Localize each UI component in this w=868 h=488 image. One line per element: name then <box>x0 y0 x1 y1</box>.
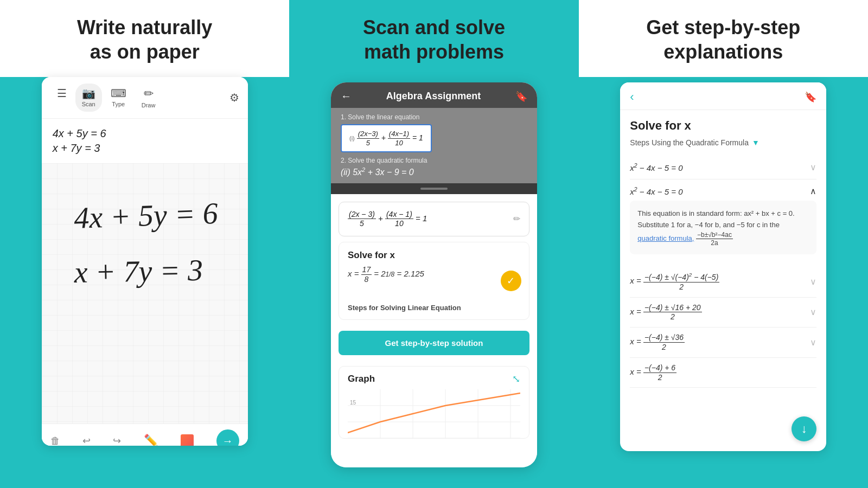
column-scan: Scan and solvemath problems ← Algebra As… <box>289 0 578 488</box>
submit-button[interactable]: → <box>216 429 239 446</box>
phone3-top-bar: ‹ 🔖 <box>620 82 826 110</box>
bookmark-teal-icon[interactable]: 🔖 <box>805 91 816 103</box>
chevron-down-icon-3[interactable]: ∨ <box>810 307 816 317</box>
phone2-top-bar: ← Algebra Assignment 🔖 <box>331 82 537 108</box>
method-label: Steps Using the Quadratic Formula ▼ <box>630 138 816 147</box>
step-eq-4: x = −(−4) ± √16 + 20 2 <box>630 303 701 322</box>
step-eq-3: x = −(−4) ± √(−4)2 − 4(−5) 2 <box>630 272 719 291</box>
step-row-6: x = −(−4) + 6 2 <box>630 358 816 388</box>
problem2-label: 2. Solve the quadratic formula <box>341 157 527 164</box>
col2-header: Scan and solvemath problems <box>289 0 578 77</box>
phone3-wrapper: ‹ 🔖 Solve for x Steps Using the Quadrati… <box>620 82 826 451</box>
check-circle: ✓ <box>501 271 521 291</box>
svg-text:x + 7y = 3: x + 7y = 3 <box>73 253 203 289</box>
solve-title: Solve for x <box>348 250 520 261</box>
column-write: Write naturallyas on paper ☰ 📷 Scan ⌨ Ty… <box>0 0 289 488</box>
back-icon-teal[interactable]: ‹ <box>630 90 634 104</box>
equations-display: 4x + 5y = 6 x + 7y = 3 <box>42 119 248 163</box>
step-row-2: x2 − 4x − 5 = 0 ∧ This equation is in st… <box>630 179 816 266</box>
expand-icon[interactable]: ⤡ <box>512 373 520 385</box>
graph-title: Graph <box>348 374 375 384</box>
expanded-explanation: This equation is in standard form: ax² +… <box>630 201 816 254</box>
undo-icon[interactable]: ↩ <box>82 435 91 446</box>
handwriting-canvas[interactable]: 4x + 5y = 6 x + 7y = 3 <box>42 163 248 423</box>
col1-header: Write naturallyas on paper <box>0 0 289 77</box>
step-row-4: x = −(−4) ± √16 + 20 2 ∨ <box>630 298 816 328</box>
bookmark-icon[interactable]: 🔖 <box>515 91 527 102</box>
steps-label: Steps for Solving Linear Equation <box>348 304 520 312</box>
chevron-down-icon-4[interactable]: ∨ <box>810 337 816 348</box>
quadratic-formula-link[interactable]: quadratic formula, <box>637 234 694 242</box>
phone2-content: (2x − 3) 5 + (4x − 1) 10 = 1 ✏ Solve for… <box>331 194 537 467</box>
step-row-3: x = −(−4) ± √(−4)2 − 4(−5) 2 ∨ <box>630 266 816 297</box>
problem1-label: 1. Solve the linear equation <box>341 113 527 121</box>
settings-icon[interactable]: ⚙ <box>229 91 239 104</box>
trash-icon[interactable]: 🗑 <box>50 435 60 446</box>
chevron-up-icon-1[interactable]: ∧ <box>810 186 816 196</box>
solve-result: x = 178 = 21/8 = 2.125 <box>348 265 520 284</box>
eq2-text: x + 7y = 3 <box>53 142 237 155</box>
column-steps: Get step-by-stepexplanations ‹ 🔖 Solve f… <box>579 0 868 488</box>
problem1-eq: (i) (2x−3) 5 + (4x−1) 10 = 1 <box>341 124 432 152</box>
step-row-1: x2 − 4x − 5 = 0 ∨ <box>630 156 816 179</box>
get-steps-button[interactable]: Get step-by-step solution <box>339 331 529 355</box>
dropdown-arrow-icon[interactable]: ▼ <box>752 138 760 147</box>
scan-button[interactable]: 📷 Scan <box>75 84 102 112</box>
phone2-title: Algebra Assignment <box>357 91 510 102</box>
chevron-down-icon-2[interactable]: ∨ <box>810 277 816 287</box>
draw-label: Draw <box>142 102 156 108</box>
eraser-icon[interactable] <box>181 434 194 446</box>
redo-icon[interactable]: ↪ <box>113 435 121 446</box>
draw-button[interactable]: ✏ Draw <box>135 84 162 112</box>
phone-frame-2: ← Algebra Assignment 🔖 1. Solve the line… <box>331 82 537 467</box>
step-eq-6: x = −(−4) + 6 2 <box>630 363 676 382</box>
col3-header: Get step-by-stepexplanations <box>579 0 868 77</box>
step-eq-2: x2 − 4x − 5 = 0 <box>630 186 682 196</box>
step-eq-5: x = −(−4) ± √36 2 <box>630 333 685 352</box>
phone-frame-1: ☰ 📷 Scan ⌨ Type ✏ Draw ⚙ <box>42 77 248 446</box>
bottom-toolbar: 🗑 ↩ ↪ ✏️ → <box>42 423 248 446</box>
scan-label: Scan <box>82 101 95 107</box>
edit-icon[interactable]: ✏ <box>513 214 520 224</box>
step-eq-1: x2 − 4x − 5 = 0 <box>630 162 682 172</box>
graph-area: 15 <box>348 389 520 438</box>
steps-content: Solve for x Steps Using the Quadratic Fo… <box>620 110 826 451</box>
step-row-5: x = −(−4) ± √36 2 ∨ <box>630 328 816 358</box>
scan-preview: 1. Solve the linear equation (i) (2x−3) … <box>331 108 537 183</box>
phone2-bar <box>331 183 537 194</box>
solve-box: Solve for x x = 178 = 21/8 = 2.125 ✓ Ste… <box>339 242 529 320</box>
menu-button[interactable]: ☰ <box>50 84 73 112</box>
scroll-down-fab[interactable]: ↓ <box>792 416 816 441</box>
problem2-eq: (ii) 5x2 + 3x − 9 = 0 <box>341 166 527 177</box>
pencil-icon[interactable]: ✏️ <box>144 434 158 446</box>
back-icon[interactable]: ← <box>341 90 352 102</box>
type-label: Type <box>112 101 125 107</box>
phone-frame-3: ‹ 🔖 Solve for x Steps Using the Quadrati… <box>620 82 826 451</box>
result-equation: (2x − 3) 5 + (4x − 1) 10 = 1 ✏ <box>339 202 529 237</box>
solve-for-x-title: Solve for x <box>630 119 816 133</box>
type-button[interactable]: ⌨ Type <box>104 84 133 112</box>
graph-box: Graph ⤡ <box>339 366 529 439</box>
chevron-down-icon-1[interactable]: ∨ <box>810 162 816 172</box>
svg-text:4x + 5y = 6: 4x + 5y = 6 <box>73 196 218 235</box>
toolbar: ☰ 📷 Scan ⌨ Type ✏ Draw ⚙ <box>42 77 248 119</box>
eq1-text: 4x + 5y = 6 <box>53 127 237 140</box>
svg-text:15: 15 <box>350 400 356 406</box>
